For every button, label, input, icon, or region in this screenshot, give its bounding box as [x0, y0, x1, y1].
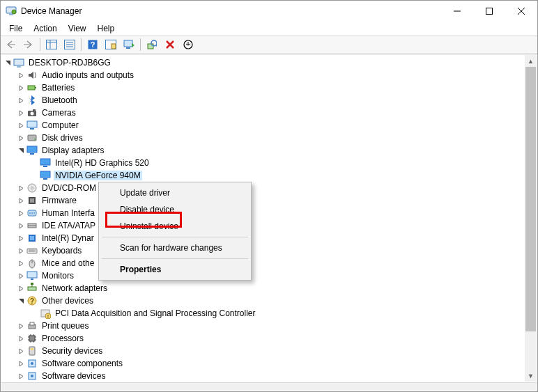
svg-rect-41 — [40, 171, 50, 178]
expand-twisty[interactable] — [16, 95, 26, 105]
close-button[interactable] — [505, 1, 537, 22]
tree-item-cameras[interactable]: Cameras — [1, 107, 525, 119]
uninstall-device-button[interactable] — [162, 37, 178, 52]
svg-point-36 — [34, 139, 36, 140]
expand-twisty[interactable] — [16, 258, 26, 268]
tree-item-nvidia-geforce-940m[interactable]: NVIDIA GeForce 940M — [1, 169, 525, 182]
collapse-twisty[interactable] — [3, 58, 13, 68]
tree-item-monitors[interactable]: Monitors — [1, 269, 525, 282]
tree-item-label: Security devices — [40, 346, 104, 356]
collapse-twisty[interactable] — [16, 296, 26, 306]
tree-item-other-devices[interactable]: ?Other devices — [1, 295, 525, 307]
tree-item-dvd-cd-rom[interactable]: DVD/CD-ROM — [1, 182, 525, 194]
tree-item-intel-r-dynar[interactable]: Intel(R) Dynar — [1, 232, 525, 244]
expand-twisty[interactable] — [16, 233, 26, 243]
battery-icon — [26, 82, 38, 93]
svg-rect-29 — [35, 87, 36, 88]
bluetooth-icon — [26, 95, 38, 106]
expand-twisty[interactable] — [16, 371, 26, 381]
vertical-scrollbar[interactable]: ▲ ▼ — [525, 55, 537, 382]
tree-item-keyboards[interactable]: Keyboards — [1, 244, 525, 257]
minimize-button[interactable] — [441, 1, 473, 22]
show-hide-tree-button[interactable] — [43, 37, 60, 52]
expand-twisty[interactable] — [16, 246, 26, 256]
svg-rect-39 — [40, 159, 50, 165]
tree-item-network-adapters[interactable]: Network adapters — [1, 282, 525, 295]
tree-item-print-queues[interactable]: Print queues — [1, 320, 525, 332]
context-disable-device[interactable]: Disable device — [100, 201, 249, 218]
expand-twisty[interactable] — [16, 221, 26, 230]
svg-point-86 — [31, 375, 33, 377]
tree-spacer — [29, 308, 39, 318]
tree-item-security-devices[interactable]: Security devices — [1, 345, 525, 357]
tree-item-processors[interactable]: Processors — [1, 332, 525, 345]
context-scan-hardware[interactable]: Scan for hardware changes — [100, 240, 249, 256]
disable-device-button[interactable] — [180, 37, 197, 52]
collapse-twisty[interactable] — [16, 146, 26, 155]
tree-item-bluetooth[interactable]: Bluetooth — [1, 94, 525, 107]
expand-twisty[interactable] — [16, 271, 26, 281]
tree-item-disk-drives[interactable]: Disk drives — [1, 132, 525, 144]
tree-item-software-devices[interactable]: Software devices — [1, 370, 525, 382]
tree-item-ide-ata-atap[interactable]: IDE ATA/ATAP — [1, 219, 525, 232]
tree-item-display-adapters[interactable]: Display adapters — [1, 144, 525, 157]
tree-item-software-components[interactable]: Software components — [1, 357, 525, 370]
svg-rect-64 — [31, 283, 33, 285]
properties-button[interactable] — [61, 37, 78, 52]
forward-button[interactable] — [20, 37, 37, 52]
tree-item-audio-inputs-and-outputs[interactable]: Audio inputs and outputs — [1, 69, 525, 81]
menu-file[interactable]: File — [3, 22, 28, 35]
tree-item-label: Monitors — [40, 271, 75, 281]
expand-twisty[interactable] — [16, 120, 26, 130]
update-driver-button[interactable] — [121, 37, 137, 52]
expand-twisty[interactable] — [16, 108, 26, 118]
menu-view[interactable]: View — [63, 22, 92, 35]
expand-twisty[interactable] — [16, 183, 26, 193]
scroll-track[interactable] — [525, 67, 537, 370]
help-button[interactable]: ? — [84, 37, 101, 52]
tree-item-mice-and-othe[interactable]: Mice and othe — [1, 257, 525, 269]
expand-twisty[interactable] — [16, 70, 26, 80]
expand-twisty[interactable] — [16, 359, 26, 368]
svg-point-21 — [151, 40, 157, 46]
menu-action[interactable]: Action — [28, 22, 62, 35]
maximize-button[interactable] — [473, 1, 505, 22]
back-button[interactable] — [2, 37, 19, 52]
tree-item-label: DESKTOP-RDJB6GG — [27, 58, 112, 68]
tree-item-intel-r-hd-graphics-520[interactable]: Intel(R) HD Graphics 520 — [1, 157, 525, 169]
scroll-down-button[interactable]: ▼ — [525, 370, 537, 382]
svg-rect-81 — [29, 347, 35, 355]
ide-icon — [26, 220, 38, 231]
context-properties[interactable]: Properties — [100, 261, 249, 278]
display-icon — [26, 145, 38, 156]
tree-item-pci-data-acquisition-and-signal-processing-controller[interactable]: !PCI Data Acquisition and Signal Process… — [1, 307, 525, 320]
tree-item-firmware[interactable]: Firmware — [1, 194, 525, 207]
expand-twisty[interactable] — [16, 208, 26, 218]
device-tree[interactable]: DESKTOP-RDJB6GGAudio inputs and outputsB… — [1, 55, 525, 382]
expand-twisty[interactable] — [16, 196, 26, 205]
action-button[interactable] — [102, 37, 119, 52]
menu-help[interactable]: Help — [92, 22, 121, 35]
expand-twisty[interactable] — [16, 321, 26, 331]
status-bar — [1, 382, 537, 391]
context-update-driver[interactable]: Update driver — [100, 185, 249, 201]
intel-icon — [26, 233, 38, 244]
expand-twisty[interactable] — [16, 283, 26, 293]
expand-twisty[interactable] — [16, 83, 26, 93]
scan-hardware-button[interactable] — [144, 37, 160, 52]
svg-text:!: ! — [47, 314, 49, 319]
scroll-thumb[interactable] — [525, 67, 536, 331]
tree-spacer — [29, 171, 39, 180]
tree-item-label: Human Interfa — [40, 208, 96, 218]
scroll-up-button[interactable]: ▲ — [525, 55, 537, 67]
svg-rect-19 — [126, 47, 130, 49]
tree-item-batteries[interactable]: Batteries — [1, 81, 525, 94]
context-uninstall-device[interactable]: Uninstall device — [100, 218, 249, 235]
tree-item-root[interactable]: DESKTOP-RDJB6GG — [1, 56, 525, 69]
expand-twisty[interactable] — [16, 133, 26, 143]
tree-item-human-interfa[interactable]: Human Interfa — [1, 207, 525, 219]
tree-item-computer[interactable]: Computer — [1, 119, 525, 132]
expand-twisty[interactable] — [16, 346, 26, 356]
expand-twisty[interactable] — [16, 334, 26, 343]
tree-item-label: Other devices — [40, 296, 95, 306]
